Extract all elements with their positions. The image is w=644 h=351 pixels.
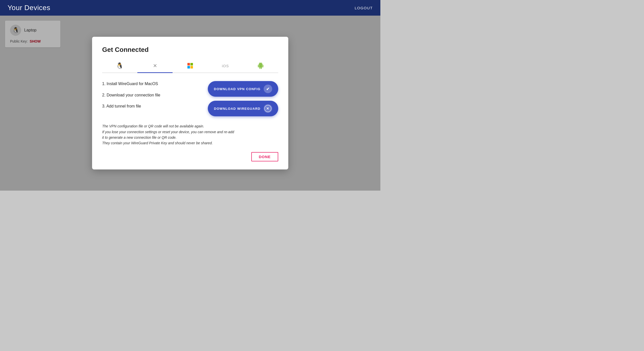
warning-text: The VPN configuration file or QR code wi…: [102, 123, 278, 146]
tab-linux[interactable]: 🐧: [102, 60, 137, 73]
done-button[interactable]: DONE: [251, 152, 278, 161]
x-icon: ✕: [264, 105, 271, 112]
tab-mac[interactable]: ✕: [137, 60, 173, 73]
modal-title: Get Connected: [102, 46, 278, 54]
tab-ios[interactable]: iOS: [208, 60, 243, 73]
steps-area: 1. Install WireGuard for MacOS 2. Downlo…: [102, 81, 278, 116]
windows-icon: [187, 63, 193, 68]
background-content: 🐧 Laptop Public Key: SHOW Get Connected …: [0, 16, 380, 191]
shield-icon: ✔: [266, 87, 270, 91]
steps-list: 1. Install WireGuard for MacOS 2. Downlo…: [102, 81, 198, 115]
buttons-area: DOWNLOAD VPN CONFIG ✔ DOWNLOAD WIREGUARD…: [208, 81, 278, 116]
ios-icon: iOS: [222, 64, 229, 68]
get-connected-modal: Get Connected 🐧 ✕: [92, 37, 288, 169]
download-vpn-config-label: DOWNLOAD VPN CONFIG: [214, 87, 261, 91]
tab-windows[interactable]: [173, 60, 208, 73]
platform-tabs: 🐧 ✕ iOS: [102, 60, 278, 73]
logout-button[interactable]: LOGOUT: [355, 6, 373, 10]
step-3: 3. Add tunnel from file: [102, 103, 198, 109]
step-2: 2. Download your connection file: [102, 92, 198, 98]
linux-icon: 🐧: [116, 62, 124, 69]
shield-icon-circle: ✔: [264, 85, 272, 93]
download-wireguard-label: DOWNLOAD WIREGUARD: [214, 107, 261, 111]
android-icon: [257, 62, 264, 69]
page-title: Your Devices: [8, 4, 50, 12]
mac-icon: ✕: [153, 63, 157, 69]
modal-footer: DONE: [102, 152, 278, 161]
x-icon-circle: ✕: [264, 104, 272, 113]
step-1: 1. Install WireGuard for MacOS: [102, 81, 198, 87]
download-vpn-config-button[interactable]: DOWNLOAD VPN CONFIG ✔: [208, 81, 278, 97]
app-header: Your Devices LOGOUT: [0, 0, 380, 16]
download-wireguard-button[interactable]: DOWNLOAD WIREGUARD ✕: [208, 101, 278, 116]
tab-android[interactable]: [243, 60, 278, 73]
modal-overlay: Get Connected 🐧 ✕: [0, 16, 380, 191]
